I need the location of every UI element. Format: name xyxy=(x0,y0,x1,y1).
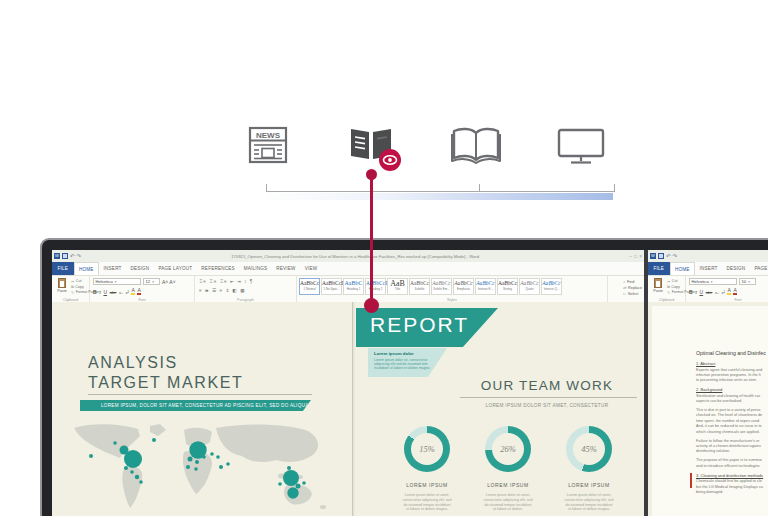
tab-page-layout[interactable]: PAGE LAYOUT xyxy=(750,262,768,275)
font-size-select[interactable]: 10▾ xyxy=(739,278,756,285)
minimize-icon[interactable]: – xyxy=(629,254,632,259)
font-group: Helvetica▾ 10▾ BIUabcx₂x²AA Font xyxy=(686,276,768,303)
tab-insert[interactable]: INSERT xyxy=(99,262,126,275)
tab-home[interactable]: HOME xyxy=(74,262,100,275)
grow-shrink-font-icons[interactable]: A˄ A˅ xyxy=(162,279,176,285)
info-line: incididunt ut labore et dolore magna xyxy=(374,366,439,370)
document-canvas-left[interactable]: ANALYSIS TARGET MARKET LOREM IPSUM, DOLO… xyxy=(52,302,644,516)
font-family-select[interactable]: Helvetica▾ xyxy=(689,278,737,285)
redo-icon[interactable]: ↷ xyxy=(673,253,678,259)
format-B-button[interactable]: B xyxy=(93,289,97,295)
format-I-button[interactable]: I xyxy=(99,290,101,295)
mode-scale-ruler xyxy=(266,184,615,192)
map-dot xyxy=(186,465,190,469)
tab-references[interactable]: REFERENCES xyxy=(197,262,239,275)
format-A-button[interactable]: A xyxy=(131,287,134,295)
reader-book-eye-icon[interactable] xyxy=(348,125,394,167)
style-emphasis[interactable]: AaBbCcEmphasis xyxy=(453,278,474,295)
paragraph: Failure to follow the manufacturer's rea… xyxy=(696,439,768,455)
word-window-right: W ↶ ↷ FILEHOMEINSERTDESIGNPAGE LAYOUT Pa… xyxy=(648,250,768,516)
style-strong[interactable]: AaBbCcStrong xyxy=(497,278,518,295)
font-group: Helvetica▾ 12▾ A˄ A˅ BIUabcx₂x²AA Font xyxy=(90,276,195,303)
section-heading: 3. Cleaning and disinfection methods xyxy=(696,473,768,478)
chevron-down-icon: ▾ xyxy=(711,280,713,284)
font-family-select[interactable]: Helvetica▾ xyxy=(93,278,141,285)
editing-group: ⌕Find⇄Replace▻Select xyxy=(608,276,644,303)
format-x₂-button[interactable]: x₂ xyxy=(715,290,719,295)
report-info-box: Lorem ipsum dolor Lorem ipsum dolor sit,… xyxy=(368,348,447,377)
undo-icon[interactable]: ↶ xyxy=(70,253,75,259)
format-A-button[interactable]: A xyxy=(137,287,140,295)
style-heading-2[interactable]: AaBbCcIHeading 2 xyxy=(365,278,386,295)
replace-icon: ⇄ xyxy=(623,285,626,290)
style-1-no-spac-[interactable]: AaBbCcI1 No Spac... xyxy=(321,278,342,295)
style-quote[interactable]: AaBbCcQuote xyxy=(519,278,540,295)
map-dot xyxy=(135,475,139,479)
format-A-button[interactable]: A xyxy=(733,287,736,295)
format-A-button[interactable]: A xyxy=(727,287,730,295)
format-I-button[interactable]: I xyxy=(695,290,697,295)
donut-label: LOREM IPSUM xyxy=(394,482,460,488)
section-heading: 2. Background xyxy=(696,387,768,392)
select-icon: ▻ xyxy=(623,291,626,296)
format-x²-button[interactable]: x² xyxy=(125,290,129,295)
heading-rule xyxy=(88,394,312,395)
tab-mailings[interactable]: MAILINGS xyxy=(239,262,272,275)
editing-rows: ⌕Find⇄Replace▻Select xyxy=(623,279,642,297)
style-intense-e-[interactable]: AaBbCcIntense E... xyxy=(475,278,496,295)
format-B-button[interactable]: B xyxy=(689,289,693,295)
format-U-button[interactable]: U xyxy=(699,289,703,295)
donut-caption: Lorem ipsum dolor sit amet,consectetur a… xyxy=(475,493,541,512)
save-icon[interactable] xyxy=(658,253,664,259)
map-dot xyxy=(278,482,282,486)
tab-page-layout[interactable]: PAGE LAYOUT xyxy=(154,262,197,275)
tab-design[interactable]: DESIGN xyxy=(722,262,750,275)
map-dot xyxy=(210,452,214,456)
format-abc-button[interactable]: abc xyxy=(110,290,117,295)
tab-design[interactable]: DESIGN xyxy=(126,262,154,275)
titlebar[interactable]: W ↶ ↷ xyxy=(648,250,768,262)
redo-icon[interactable]: ↷ xyxy=(77,253,82,259)
tab-review[interactable]: REVIEW xyxy=(272,262,300,275)
paragraph-icons-row2[interactable]: ≡ ≣ ☰ ≡ ⇕ ◧ ▦ xyxy=(199,288,295,293)
paragraph-icons-row1[interactable]: ⠿≡ ⠿≡ ⠿≡ ⇤ ⇥ ↕ ¶ xyxy=(199,279,295,284)
save-icon[interactable] xyxy=(62,253,68,259)
clipboard-group: Paste ✂Cut⧉Copy✎Format Painter Clipboard xyxy=(52,276,90,303)
tab-file[interactable]: FILE xyxy=(648,262,670,275)
window-controls[interactable]: –□× xyxy=(629,254,642,259)
style-subtitle[interactable]: AaBbCcSubtitle xyxy=(409,278,430,295)
paste-button[interactable]: Paste xyxy=(55,278,69,293)
mode-gradient-bar[interactable] xyxy=(266,193,613,200)
open-book-icon[interactable] xyxy=(450,125,502,169)
format-x₂-button[interactable]: x₂ xyxy=(119,290,123,295)
document-canvas-right[interactable]: Optimal Cleaning and Disinfec 1. Abstrac… xyxy=(648,302,768,516)
styles-group: AaBbCc1 NormalAaBbCcI1 No Spac...AaBbCHe… xyxy=(297,276,608,303)
maximize-icon[interactable]: □ xyxy=(634,254,637,259)
analysis-heading: ANALYSIS TARGET MARKET xyxy=(88,353,243,393)
tab-view[interactable]: VIEW xyxy=(300,262,322,275)
undo-icon[interactable]: ↶ xyxy=(666,253,671,259)
paragraph: Chemicals should first be applied to cle… xyxy=(696,479,768,495)
style-heading-1[interactable]: AaBbCHeading 1 xyxy=(343,278,364,295)
font-size-select[interactable]: 12▾ xyxy=(143,278,160,285)
style-title[interactable]: AaBTitle xyxy=(387,278,408,295)
close-icon[interactable]: × xyxy=(639,254,642,259)
font-format-buttons: BIUabcx₂x²AA xyxy=(93,287,141,295)
format-U-button[interactable]: U xyxy=(103,289,107,295)
select-button[interactable]: ▻Select xyxy=(623,291,642,297)
format-abc-button[interactable]: abc xyxy=(706,290,713,295)
monitor-icon[interactable] xyxy=(556,127,606,169)
style-intense-q-[interactable]: AaBbCcIntense Q... xyxy=(541,278,562,295)
section-heading: 1. Abstract xyxy=(696,361,768,366)
tab-home[interactable]: HOME xyxy=(670,262,696,275)
format-x²-button[interactable]: x² xyxy=(721,290,725,295)
newspaper-news-icon[interactable]: NEWS xyxy=(245,125,291,169)
map-dot xyxy=(152,438,156,442)
donut-caption: Lorem ipsum dolor sit amet,consectetur a… xyxy=(556,493,622,512)
titlebar[interactable]: W ↶ ↷ 170921_Opinion_Cleaning and Disinf… xyxy=(52,250,644,262)
style-subtle-em-[interactable]: AaBbCcSubtle Em... xyxy=(431,278,452,295)
tab-file[interactable]: FILE xyxy=(52,262,74,275)
paste-button[interactable]: Paste xyxy=(651,278,665,293)
tab-insert[interactable]: INSERT xyxy=(695,262,722,275)
style-1-normal[interactable]: AaBbCc1 Normal xyxy=(299,278,320,295)
